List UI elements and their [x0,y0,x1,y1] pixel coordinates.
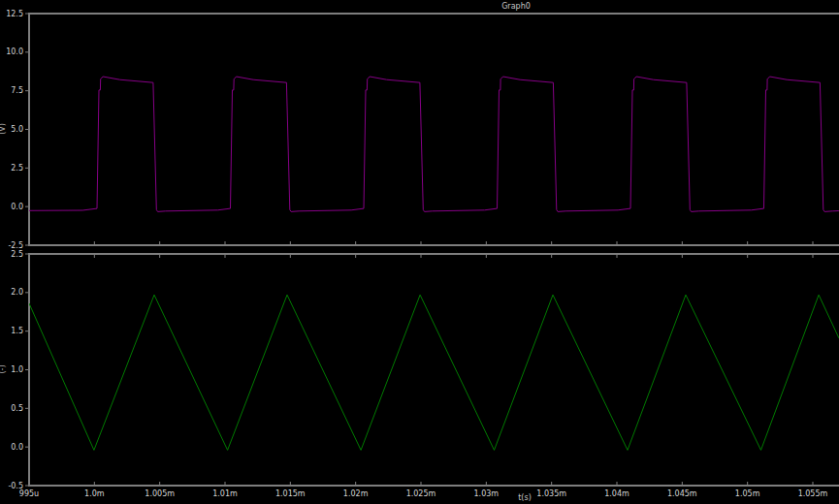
x-tick-label: 1.045m [667,489,697,498]
waveform-chart: Graph0 (V) (-) t(s) 12.510.07.55.02.50.0… [0,0,839,504]
x-tick-label: 1.055m [798,489,828,498]
x-tick-label: 1.03m [474,489,500,498]
x-tick-label: 1.035m [536,489,566,498]
top-panel-unit-label: (V) [0,123,7,135]
y-tick-label: 12.5 [6,10,23,18]
x-tick-label: 995u [19,489,39,498]
y-tick-label: 2.0 [11,288,23,297]
y-tick-label: 1.5 [11,327,23,335]
y-tick-label: 2.5 [11,164,23,173]
graph-title: Graph0 [501,2,531,11]
y-tick-label: 0.0 [11,203,23,211]
y-tick-label: 0.5 [11,404,23,413]
y-tick-label: 2.5 [11,250,23,259]
y-tick-label: 5.0 [11,125,23,134]
x-tick-label: 1.005m [145,489,175,498]
x-tick-label: 1.05m [735,489,760,498]
y-tick-label: -2.5 [8,241,23,250]
x-tick-label: 1.0m [84,489,105,498]
triangle-wave-trace [29,295,839,450]
x-tick-label: 1.025m [406,489,436,498]
x-tick-label: 1.02m [343,489,369,498]
y-tick-label: 1.0 [11,365,23,374]
bottom-panel-unit-label: (-) [0,364,7,373]
chart-content: 12.510.07.55.02.50.0-2.52.52.01.51.00.50… [6,10,839,499]
x-axis-label: t(s) [518,493,532,502]
x-tick-label: 1.04m [604,489,629,498]
y-tick-label: 7.5 [11,86,23,95]
y-tick-label: 0.0 [11,443,23,452]
graph-window: Graph0 (V) (-) t(s) 12.510.07.55.02.50.0… [0,0,839,504]
y-tick-label: 10.0 [6,47,23,56]
x-tick-label: 1.01m [212,489,238,498]
square-wave-output-trace [29,77,839,211]
x-tick-label: 1.015m [275,489,306,498]
